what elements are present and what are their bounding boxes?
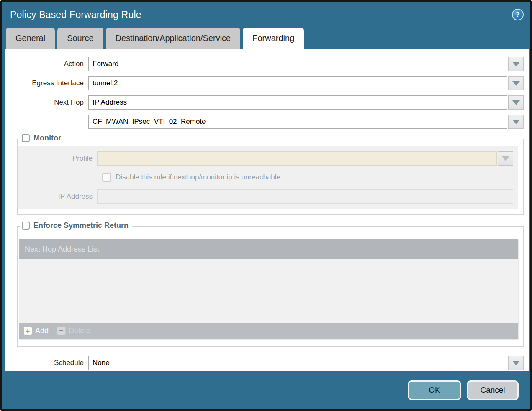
disable-rule-checkbox[interactable] (102, 173, 111, 182)
next-hop-type-value[interactable]: IP Address (88, 95, 507, 110)
next-hop-row: Next Hop IP Address (5, 95, 529, 110)
enforce-symmetric-return-checkbox[interactable] (22, 222, 30, 230)
cancel-button[interactable]: Cancel (467, 380, 519, 400)
next-hop-address-list-table: Next Hop Address List + Add − Delete (19, 239, 518, 339)
next-hop-address-select: CF_MWAN_IPsec_VTI_02_Remote (88, 115, 524, 129)
schedule-label: Schedule (5, 359, 88, 367)
profile-label: Profile (18, 154, 97, 163)
action-label: Action (5, 60, 88, 68)
next-hop-address-row: CF_MWAN_IPsec_VTI_02_Remote (5, 115, 529, 129)
egress-interface-label: Egress Interface (5, 79, 88, 87)
monitor-title: Monitor (33, 134, 61, 143)
monitor-panel: Profile Disable this rule if nexthop/mon… (18, 146, 518, 209)
profile-value (97, 151, 497, 166)
monitor-group: Monitor Profile Disable this rule if nex… (17, 139, 524, 215)
tab-strip: General Source Destination/Application/S… (2, 28, 530, 49)
next-hop-label: Next Hop (5, 98, 88, 107)
help-icon[interactable]: ? (512, 9, 524, 20)
add-plus-icon: + (23, 327, 32, 335)
action-row: Action Forward (5, 57, 529, 71)
next-hop-type-dropdown-button[interactable] (508, 95, 524, 110)
chevron-down-icon (512, 120, 520, 124)
action-value[interactable]: Forward (88, 57, 507, 71)
monitor-checkbox[interactable] (22, 134, 30, 142)
add-button[interactable]: + Add (23, 327, 49, 335)
action-select: Forward (88, 57, 524, 71)
chevron-down-icon (512, 361, 520, 365)
tab-forwarding[interactable]: Forwarding (243, 28, 304, 49)
next-hop-address-value[interactable]: CF_MWAN_IPsec_VTI_02_Remote (88, 115, 507, 129)
forwarding-tab-panel: Action Forward Egress Interface tunnel.2… (5, 49, 529, 371)
next-hop-address-list-toolbar: + Add − Delete (19, 323, 518, 339)
chevron-down-icon (512, 62, 520, 66)
monitor-legend: Monitor (20, 134, 65, 143)
egress-interface-row: Egress Interface tunnel.2 (5, 76, 529, 90)
dialog-title: Policy Based Forwarding Rule (10, 9, 141, 20)
enforce-symmetric-return-title: Enforce Symmetric Return (33, 221, 129, 230)
enforce-symmetric-return-legend: Enforce Symmetric Return (20, 221, 132, 230)
next-hop-address-list-body[interactable] (19, 259, 518, 323)
monitor-ip-address-input (97, 189, 513, 204)
next-hop-type-select: IP Address (88, 95, 524, 110)
schedule-row: Schedule None (5, 356, 529, 370)
chevron-down-icon (502, 156, 509, 161)
monitor-ip-address-label: IP Address (18, 192, 97, 201)
ok-button[interactable]: OK (408, 380, 461, 400)
egress-interface-value[interactable]: tunnel.2 (88, 76, 507, 90)
delete-minus-icon: − (57, 327, 66, 335)
schedule-select: None (88, 356, 524, 370)
dialog-footer: OK Cancel (2, 371, 530, 409)
next-hop-address-list-header: Next Hop Address List (19, 239, 518, 259)
profile-row: Profile (18, 151, 518, 166)
enforce-symmetric-return-group: Enforce Symmetric Return Next Hop Addres… (17, 226, 524, 347)
disable-rule-row: Disable this rule if nexthop/monitor ip … (102, 171, 518, 184)
titlebar: Policy Based Forwarding Rule ? (2, 2, 530, 28)
monitor-ip-address-row: IP Address (18, 189, 518, 204)
tab-general[interactable]: General (6, 28, 55, 49)
next-hop-address-dropdown-button[interactable] (508, 115, 524, 129)
chevron-down-icon (512, 100, 520, 105)
monitor-ip-address-input-wrap (97, 189, 513, 204)
disable-rule-label: Disable this rule if nexthop/monitor ip … (116, 173, 280, 181)
schedule-dropdown-button[interactable] (508, 356, 524, 370)
policy-based-forwarding-dialog: Policy Based Forwarding Rule ? General S… (0, 0, 532, 411)
chevron-down-icon (512, 81, 520, 86)
delete-button-label: Delete (69, 327, 90, 335)
tab-source[interactable]: Source (57, 28, 103, 49)
egress-interface-select: tunnel.2 (88, 76, 524, 90)
profile-select (97, 151, 513, 166)
schedule-value[interactable]: None (88, 356, 507, 370)
add-button-label: Add (35, 327, 49, 335)
profile-dropdown-button (498, 151, 513, 166)
action-dropdown-button[interactable] (508, 57, 524, 71)
delete-button[interactable]: − Delete (57, 327, 90, 335)
egress-interface-dropdown-button[interactable] (508, 76, 524, 90)
tab-destination-application-service[interactable]: Destination/Application/Service (106, 28, 241, 49)
